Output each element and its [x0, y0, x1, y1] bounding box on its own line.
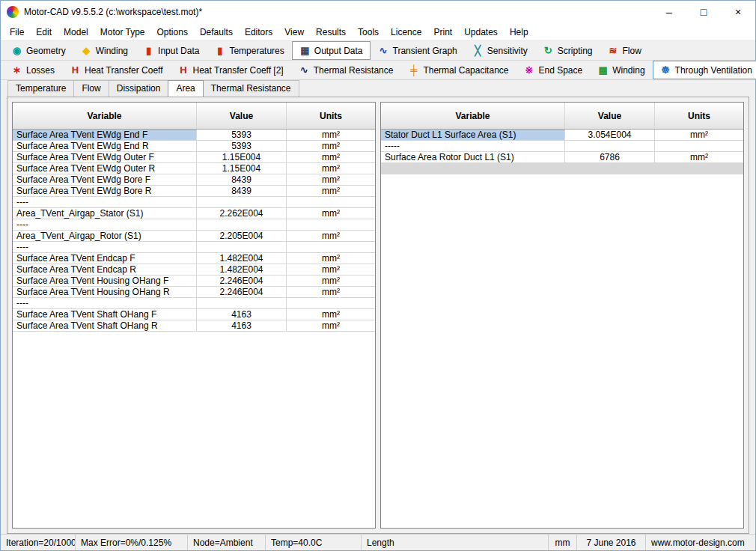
subtab-losses[interactable]: ∗ Losses	[4, 61, 62, 79]
subtab-end-space[interactable]: ※ End Space	[516, 61, 590, 79]
menu-item-edit[interactable]: Edit	[30, 24, 58, 40]
value-cell: 5393	[197, 141, 287, 151]
flow-icon: ≋	[608, 46, 619, 55]
thermal-resistance-icon: ∿	[299, 65, 310, 75]
variable-cell: ----	[13, 197, 197, 207]
pagetab-temperature[interactable]: Temperature	[7, 80, 74, 97]
minimize-button[interactable]: –	[652, 1, 686, 23]
units-cell: mm²	[287, 309, 375, 320]
right-results-table: Variable Value Units Stator Duct L1 Surf…	[380, 102, 744, 529]
table-row[interactable]: Area_TVent_Airgap_Stator (S1) 2.262E004 …	[13, 208, 375, 219]
tab-label: Heat Transfer Coeff [2]	[193, 65, 284, 76]
tab-scripting[interactable]: ↻ Scripting	[535, 41, 600, 60]
pagetab-area[interactable]: Area	[168, 80, 203, 97]
tab-output-data[interactable]: ▦ Output Data	[292, 41, 371, 60]
table-row[interactable]: Surface Area TVent Endcap F 1.482E004 mm…	[13, 253, 375, 264]
variable-cell: Surface Area TVent Endcap R	[13, 264, 197, 275]
variable-header: Variable	[13, 103, 197, 129]
tab-sensitivity[interactable]: ╳ Sensitivity	[465, 41, 535, 60]
heat-transfer-coeff-icon: H	[70, 65, 81, 75]
winding2-icon: ▩	[597, 65, 609, 75]
thermal-capacitance-icon: ╪	[408, 65, 419, 75]
units-cell: mm²	[655, 152, 743, 162]
winding-icon: ◆	[81, 46, 92, 55]
pagetab-dissipation[interactable]: Dissipation	[109, 80, 169, 97]
table-row[interactable]: Surface Area Rotor Duct L1 (S1) 6786 mm²	[381, 152, 743, 163]
menu-item-tools[interactable]: Tools	[352, 24, 385, 40]
sensitivity-icon: ╳	[472, 46, 484, 55]
value-cell: 8439	[197, 186, 287, 196]
subtab-heat-transfer-coeff-2[interactable]: H Heat Transfer Coeff [2]	[171, 61, 291, 79]
menu-item-editors[interactable]: Editors	[239, 24, 278, 40]
subtab-through-ventilation[interactable]: ☸ Through Ventilation	[653, 61, 756, 79]
table-row[interactable]: Surface Area TVent Housing OHang R 2.246…	[13, 287, 375, 298]
value-cell: 3.054E004	[565, 130, 655, 140]
losses-icon: ∗	[11, 65, 22, 75]
table-row[interactable]: Surface Area TVent EWdg Outer R 1.15E004…	[13, 163, 375, 174]
app-window: Motor-CAD v9.5.5.2 (c:\workspace\test.mo…	[0, 0, 756, 551]
scripting-icon: ↻	[543, 46, 554, 55]
table-row[interactable]: Area_TVent_Airgap_Rotor (S1) 2.205E004 m…	[13, 231, 375, 242]
pagetab-thermal-resistance[interactable]: Thermal Resistance	[203, 80, 299, 97]
tab-label: End Space	[538, 65, 582, 76]
menu-item-results[interactable]: Results	[310, 24, 352, 40]
units-header: Units	[655, 103, 743, 129]
table-row[interactable]	[381, 174, 743, 174]
tab-input-data[interactable]: ▮ Input Data	[135, 41, 207, 60]
table-row[interactable]: ----	[13, 197, 375, 208]
tab-geometry[interactable]: ◉ Geometry	[4, 41, 73, 60]
table-row[interactable]: ----	[13, 298, 375, 309]
through-ventilation-icon: ☸	[660, 65, 671, 75]
tab-flow[interactable]: ≋ Flow	[600, 41, 649, 60]
table-row[interactable]: ----	[13, 219, 375, 231]
table-row[interactable]: Surface Area TVent EWdg Bore F 8439 mm²	[13, 174, 375, 186]
menu-item-view[interactable]: View	[278, 24, 310, 40]
table-row[interactable]: -----	[381, 141, 743, 152]
subtab-heat-transfer-coeff[interactable]: H Heat Transfer Coeff	[62, 61, 171, 79]
status-seg-max-error-0-0-125: Max Error=0%/0.125%	[76, 535, 188, 550]
table-row[interactable]: ----	[13, 242, 375, 253]
table-row[interactable]: Surface Area TVent Endcap R 1.482E004 mm…	[13, 264, 375, 276]
maximize-button[interactable]: □	[686, 1, 721, 23]
tab-temperatures[interactable]: ▮ Temperatures	[207, 41, 291, 60]
table-row[interactable]: Surface Area TVent Housing OHang F 2.246…	[13, 276, 375, 287]
temperatures-icon: ▮	[214, 46, 225, 55]
value-cell	[197, 298, 287, 308]
subtab-thermal-capacitance[interactable]: ╪ Thermal Capacitance	[400, 61, 516, 79]
subtab-thermal-resistance[interactable]: ∿ Thermal Resistance	[291, 61, 401, 79]
menu-item-defaults[interactable]: Defaults	[194, 24, 239, 40]
value-cell	[565, 141, 655, 151]
menu-item-print[interactable]: Print	[427, 24, 458, 40]
table-row[interactable]: Surface Area TVent EWdg Bore R 8439 mm²	[13, 186, 375, 197]
menu-item-help[interactable]: Help	[504, 24, 534, 40]
menu-item-motor-type[interactable]: Motor Type	[94, 24, 151, 40]
menu-item-licence[interactable]: Licence	[385, 24, 427, 40]
table-row[interactable]: Surface Area TVent EWdg End R 5393 mm²	[13, 141, 375, 152]
table-row[interactable]: Stator Duct L1 Surface Area (S1) 3.054E0…	[381, 130, 743, 141]
variable-cell: Area_TVent_Airgap_Stator (S1)	[13, 208, 197, 219]
table-row[interactable]: Surface Area TVent EWdg Outer F 1.15E004…	[13, 152, 375, 163]
value-cell	[197, 242, 287, 252]
close-button[interactable]: ×	[721, 1, 755, 23]
tab-label: Winding	[612, 65, 644, 76]
tab-label: Output Data	[314, 46, 363, 56]
menu-item-updates[interactable]: Updates	[458, 24, 504, 40]
transient-graph-icon: ∿	[378, 46, 389, 55]
tab-label: Scripting	[558, 46, 593, 56]
menu-item-file[interactable]: File	[4, 24, 30, 40]
left-table-body: Surface Area TVent EWdg End F 5393 mm² S…	[13, 130, 375, 332]
tab-winding[interactable]: ◆ Winding	[73, 41, 135, 60]
menu-item-model[interactable]: Model	[58, 24, 94, 40]
pagetab-flow[interactable]: Flow	[73, 80, 109, 97]
units-cell: mm²	[287, 264, 375, 275]
table-row[interactable]: Surface Area TVent Shaft OHang R 4163 mm…	[13, 320, 375, 332]
menu-item-options[interactable]: Options	[151, 24, 194, 40]
tab-label: Through Ventilation	[675, 65, 752, 76]
value-header: Value	[565, 103, 655, 129]
variable-cell: -----	[381, 141, 565, 151]
table-row[interactable]: Surface Area TVent Shaft OHang F 4163 mm…	[13, 309, 375, 320]
tab-transient-graph[interactable]: ∿ Transient Graph	[371, 41, 465, 60]
variable-cell: Area_TVent_Airgap_Rotor (S1)	[13, 231, 197, 241]
subtab-winding[interactable]: ▩ Winding	[590, 61, 652, 79]
table-row[interactable]: Surface Area TVent EWdg End F 5393 mm²	[13, 130, 375, 141]
